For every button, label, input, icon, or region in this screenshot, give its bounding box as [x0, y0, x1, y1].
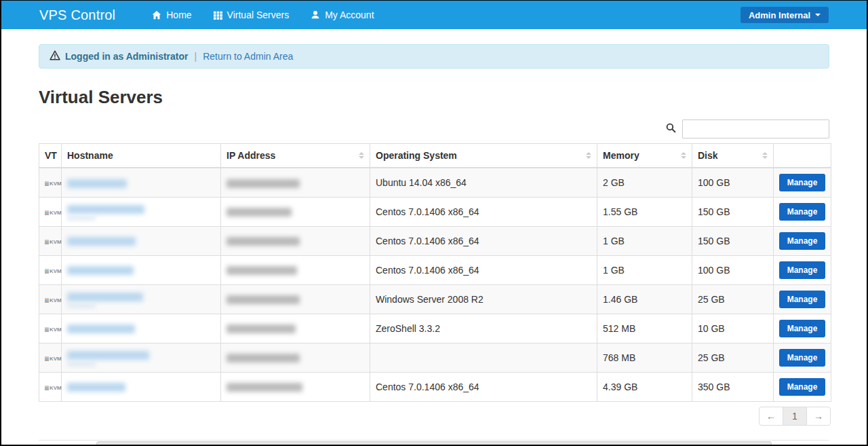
pagination: ← 1 → — [39, 407, 831, 426]
manage-button[interactable]: Manage — [779, 232, 825, 250]
memory-cell: 1.55 GB — [597, 197, 692, 226]
caret-down-icon — [815, 14, 821, 19]
kvm-icon: KVM — [45, 385, 62, 391]
memory-cell: 512 MB — [597, 314, 692, 343]
ip-address-redacted — [226, 295, 300, 304]
grid-icon — [214, 11, 222, 20]
table-row: KVM 768 MB 25 GB Manage — [39, 343, 831, 372]
brand-link[interactable]: VPS Control — [39, 7, 115, 23]
os-cell: Ubuntu 14.04 x86_64 — [370, 168, 597, 197]
main-content: Logged in as Administrator | Return to A… — [1, 44, 867, 441]
ip-address-redacted — [226, 354, 300, 363]
home-icon — [152, 10, 161, 20]
col-actions — [774, 144, 831, 168]
sort-icon — [681, 149, 686, 162]
kvm-icon: KVM — [45, 297, 62, 303]
hostname-link-redacted[interactable] — [67, 237, 136, 246]
nav-item-label: Home — [166, 10, 191, 20]
manage-button[interactable]: Manage — [779, 261, 825, 279]
pagination-next-button[interactable]: → — [806, 407, 831, 426]
disk-cell: 150 GB — [692, 197, 774, 226]
hostname-link-redacted[interactable] — [67, 179, 127, 188]
manage-button[interactable]: Manage — [779, 203, 825, 221]
hostname-subtext-redacted — [67, 217, 96, 220]
manage-button[interactable]: Manage — [779, 291, 825, 308]
ip-address-redacted — [226, 208, 292, 217]
disk-cell: 10 GB — [692, 314, 774, 343]
nav-item-virtual-servers[interactable]: Virtual Servers — [203, 1, 300, 29]
os-cell: Centos 7.0.1406 x86_64 — [370, 197, 597, 226]
col-label: IP Address — [226, 150, 275, 161]
disk-cell: 25 GB — [692, 343, 774, 372]
search-input[interactable] — [682, 119, 829, 138]
footer-panel-edge — [96, 441, 772, 445]
alert-text: Logged in as Administrator — [65, 51, 189, 62]
hostname-link-redacted[interactable] — [67, 324, 135, 333]
os-cell: Windows Server 2008 R2 — [370, 284, 597, 314]
hostname-link-redacted[interactable] — [67, 293, 143, 301]
col-hostname: Hostname — [62, 144, 221, 168]
ip-address-redacted — [226, 179, 300, 188]
col-memory[interactable]: Memory — [597, 144, 692, 168]
search-icon — [666, 123, 676, 136]
user-icon — [311, 10, 320, 20]
kvm-icon: KVM — [45, 356, 62, 362]
manage-button[interactable]: Manage — [779, 378, 825, 396]
memory-cell: 1.46 GB — [597, 284, 692, 314]
table-row: KVM ZeroShell 3.3.2 512 MB 10 GB Manage — [39, 314, 831, 343]
table-row: KVM Centos 7.0.1406 x86_64 1.55 GB 150 G… — [39, 197, 831, 226]
footer-divider — [39, 440, 829, 441]
nav-items: Home Virtual Servers My Account — [141, 1, 384, 29]
col-label: Operating System — [376, 150, 457, 161]
col-label: Disk — [698, 150, 718, 161]
manage-button[interactable]: Manage — [779, 174, 825, 191]
warning-icon — [50, 50, 60, 62]
hostname-link-redacted[interactable] — [67, 205, 144, 214]
manage-button[interactable]: Manage — [779, 349, 825, 367]
hostname-link-redacted[interactable] — [67, 266, 134, 275]
nav-item-home[interactable]: Home — [141, 1, 202, 29]
account-dropdown-button[interactable]: Admin Internal — [741, 7, 829, 23]
nav-item-label: My Account — [325, 10, 374, 20]
ip-address-redacted — [226, 266, 297, 275]
col-label: Memory — [603, 150, 639, 161]
memory-cell: 2 GB — [597, 168, 692, 197]
pagination-page-1[interactable]: 1 — [783, 407, 807, 426]
memory-cell: 768 MB — [597, 343, 692, 372]
ip-address-redacted — [226, 383, 302, 392]
disk-cell: 350 GB — [692, 372, 774, 401]
table-header-row: VT Hostname IP Address Operating System … — [39, 144, 831, 168]
ip-address-redacted — [226, 237, 300, 246]
virtual-servers-table: VT Hostname IP Address Operating System … — [39, 143, 831, 402]
memory-cell: 1 GB — [597, 226, 692, 255]
os-cell: Centos 7.0.1406 x86_64 — [370, 255, 597, 284]
sort-icon — [762, 149, 768, 162]
disk-cell: 150 GB — [692, 226, 774, 255]
col-ip-address[interactable]: IP Address — [221, 144, 370, 168]
nav-item-label: Virtual Servers — [227, 10, 290, 20]
pagination-prev-button[interactable]: ← — [759, 407, 783, 426]
col-vt: VT — [39, 144, 62, 168]
col-disk[interactable]: Disk — [692, 144, 774, 168]
disk-cell: 100 GB — [692, 255, 774, 284]
memory-cell: 4.39 GB — [597, 372, 692, 401]
kvm-icon: KVM — [45, 239, 62, 245]
table-row: KVM Ubuntu 14.04 x86_64 2 GB 100 GB Mana… — [39, 168, 831, 197]
manage-button[interactable]: Manage — [779, 320, 825, 337]
hostname-subtext-redacted — [67, 304, 96, 308]
os-cell: Centos 7.0.1406 x86_64 — [370, 226, 597, 255]
nav-item-my-account[interactable]: My Account — [300, 1, 384, 29]
kvm-icon: KVM — [45, 181, 62, 187]
ip-address-redacted — [226, 324, 296, 333]
return-to-admin-link[interactable]: Return to Admin Area — [203, 51, 293, 62]
os-cell: Centos 7.0.1406 x86_64 — [370, 372, 597, 401]
hostname-link-redacted[interactable] — [67, 383, 125, 392]
account-dropdown-label: Admin Internal — [749, 10, 810, 20]
col-operating-system[interactable]: Operating System — [370, 144, 597, 168]
sort-icon — [586, 149, 591, 162]
os-cell — [370, 343, 597, 372]
table-row: KVM Windows Server 2008 R2 1.46 GB 25 GB… — [39, 284, 831, 314]
navbar: VPS Control Home Virtual Servers My Acco… — [1, 1, 867, 29]
kvm-icon: KVM — [45, 210, 62, 216]
hostname-link-redacted[interactable] — [67, 351, 149, 360]
